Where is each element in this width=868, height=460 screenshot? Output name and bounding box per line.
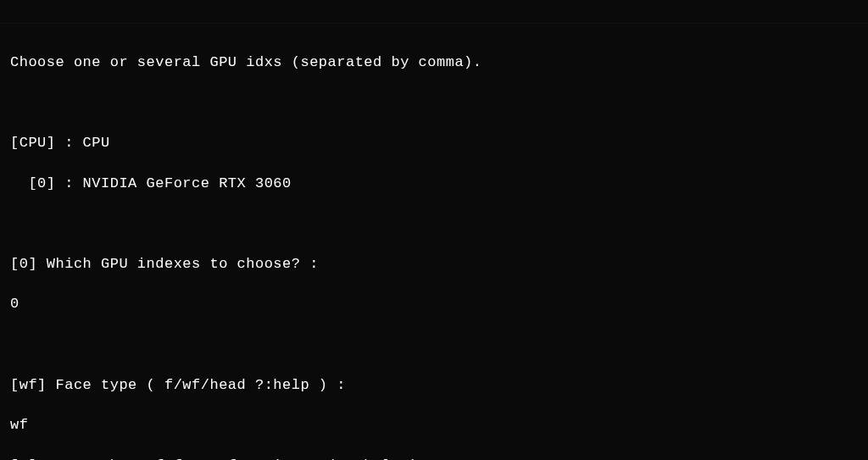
terminal-line: Choose one or several GPU idxs (separate… <box>10 53 858 73</box>
terminal-line: [0] : NVIDIA GeForce RTX 3060 <box>10 174 858 194</box>
terminal-line <box>10 335 858 355</box>
terminal-titlebar <box>0 0 868 24</box>
terminal-line: [0] Max number of faces from image ( ?:h… <box>10 456 858 460</box>
terminal-line: [0] Which GPU indexes to choose? : <box>10 254 858 274</box>
terminal-line: [wf] Face type ( f/wf/head ?:help ) : <box>10 375 858 396</box>
terminal-line: 0 <box>10 294 858 314</box>
terminal-line <box>10 92 858 113</box>
terminal-line: wf <box>10 415 858 435</box>
terminal-output[interactable]: Choose one or several GPU idxs (separate… <box>0 24 868 460</box>
terminal-line: [CPU] : CPU <box>10 133 858 153</box>
terminal-line <box>10 213 858 234</box>
